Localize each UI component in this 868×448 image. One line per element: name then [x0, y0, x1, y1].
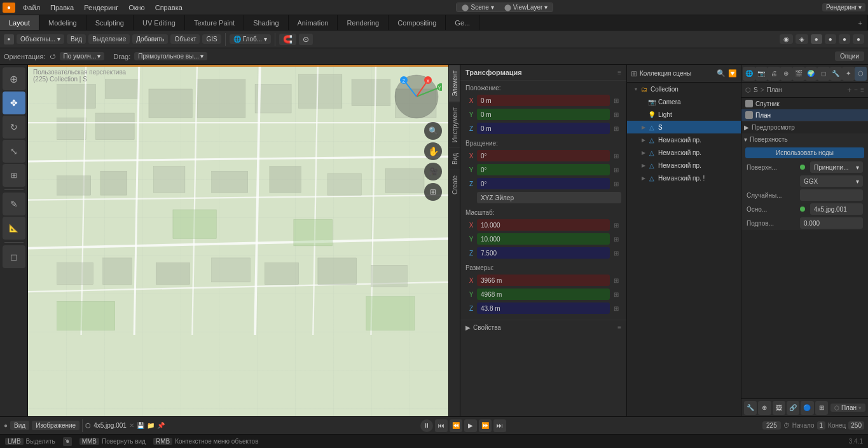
tool-annotate[interactable]: ✎: [3, 193, 25, 215]
rotation-mode-selector[interactable]: XYZ Эйлер: [477, 192, 621, 203]
btn-step-forward[interactable]: ⏭: [493, 419, 506, 432]
snap-btn[interactable]: 🧲: [279, 34, 296, 45]
engine-selector[interactable]: Рендеринг ▾: [822, 3, 865, 11]
pe-tab-modifier[interactable]: 🔧: [830, 67, 843, 81]
dim-z-copy[interactable]: ⊞: [611, 303, 621, 313]
pe-tab-object[interactable]: ◻: [817, 67, 830, 81]
view-menu[interactable]: Вид: [67, 34, 86, 44]
rot-y-input[interactable]: 0°: [477, 164, 610, 175]
properties-header[interactable]: ▶ Свойства ≡: [460, 320, 626, 335]
pe-bottom-icon5[interactable]: 🔵: [801, 401, 813, 415]
tree-item-nemansky3[interactable]: ▶ △ Неманский пр. 👁 📷: [627, 159, 741, 172]
pe-bottom-icon6[interactable]: ⊞: [815, 401, 828, 415]
timeline-image-btn[interactable]: Изображение: [32, 421, 79, 430]
pos-z-input[interactable]: 0 m: [477, 123, 610, 134]
tab-rendering[interactable]: Rendering: [338, 15, 389, 30]
tool-rotate[interactable]: ↻: [3, 116, 25, 139]
outliner-search-btn[interactable]: 🔍: [717, 69, 726, 78]
pe-bottom-icon3[interactable]: 🖼: [773, 401, 785, 415]
gis-menu[interactable]: GIS: [202, 34, 221, 44]
mode-selector[interactable]: Объектны... ▾: [17, 34, 64, 44]
surface-type-selector[interactable]: Принципи... ▾: [810, 161, 863, 173]
ortho-btn[interactable]: ⊞: [424, 183, 442, 201]
tree-item-camera[interactable]: ▶ 📷 Camera 👁 📷: [627, 95, 741, 108]
nem3-vis-btn[interactable]: 👁: [717, 161, 726, 170]
menu-window[interactable]: Окно: [123, 3, 150, 13]
frame-start-value[interactable]: 1: [817, 421, 826, 430]
drag-dropdown[interactable]: Прямоугольное вы... ▾: [134, 52, 207, 60]
pe-options-btn[interactable]: ≡: [860, 86, 864, 93]
pe-tab-scene[interactable]: 🌐: [743, 67, 755, 81]
menu-file[interactable]: Файл: [18, 3, 45, 13]
pe-tab-material[interactable]: ⬡: [855, 67, 867, 81]
pe-bottom-icon1[interactable]: 🔧: [744, 401, 757, 415]
zoom-in-btn[interactable]: 🔍: [424, 122, 442, 140]
scale-y-copy[interactable]: ⊞: [611, 234, 621, 244]
tree-item-nemansky2[interactable]: ▶ △ Неманский пр. 👁 📷: [627, 146, 741, 159]
s-render-btn[interactable]: 📷: [727, 123, 736, 132]
tool-cursor[interactable]: ⊕: [3, 67, 25, 90]
menu-render[interactable]: Рендеринг: [79, 3, 123, 13]
pos-y-copy[interactable]: ⊞: [611, 109, 621, 119]
tool-scale[interactable]: ⤡: [3, 140, 25, 163]
tree-item-light[interactable]: ▶ 💡 Light 👁 📷: [627, 108, 741, 121]
shading-wireframe-btn[interactable]: ●: [853, 34, 864, 44]
edge-tab-tool[interactable]: Инструмент: [449, 102, 460, 147]
pos-z-copy[interactable]: ⊞: [611, 123, 621, 133]
pe-tab-output[interactable]: 🖨: [768, 67, 780, 81]
add-workspace-btn[interactable]: +: [853, 15, 868, 30]
distribution-selector[interactable]: GGX ▾: [800, 175, 863, 187]
tab-compositing[interactable]: Compositing: [389, 15, 446, 30]
pos-y-input[interactable]: 0 m: [477, 109, 610, 120]
tool-move[interactable]: ✥: [3, 92, 25, 114]
btn-forward[interactable]: ⏩: [479, 419, 492, 432]
pe-tab-particles[interactable]: ✦: [842, 67, 855, 81]
file-pin[interactable]: 📌: [157, 422, 165, 429]
file-save[interactable]: 💾: [137, 422, 144, 429]
nem1-render-btn[interactable]: 📷: [727, 135, 736, 144]
tab-layout[interactable]: Layout: [0, 15, 39, 30]
nem4-vis-btn[interactable]: 👁: [717, 173, 726, 182]
select-menu[interactable]: Выделение: [88, 34, 130, 44]
light-render-btn[interactable]: 📷: [727, 110, 736, 119]
tree-item-collection[interactable]: ▾ 🗂 Collection 👁 📷: [627, 83, 741, 95]
pos-x-input[interactable]: 0 m: [477, 95, 610, 106]
pan-btn[interactable]: ✋: [424, 142, 442, 160]
global-selector[interactable]: 🌐 Глоб... ▾: [230, 34, 271, 44]
s-vis-btn[interactable]: 👁: [717, 123, 726, 132]
scale-x-input[interactable]: 10.000: [477, 219, 610, 231]
properties-options[interactable]: ≡: [617, 324, 621, 331]
proportional-btn[interactable]: ⊙: [299, 34, 313, 45]
menu-edit[interactable]: Правка: [45, 3, 79, 13]
edge-tab-view[interactable]: Вид: [449, 147, 460, 170]
pe-tab-view-layer[interactable]: ⊕: [780, 67, 793, 81]
dim-y-copy[interactable]: ⊞: [611, 289, 621, 299]
pe-tab-scene2[interactable]: 🎬: [792, 67, 805, 81]
pe-remove-btn[interactable]: −: [854, 86, 858, 93]
pe-surface-header[interactable]: ▾ Поверхность: [741, 133, 868, 146]
rot-x-input[interactable]: 0°: [477, 150, 610, 161]
scale-x-copy[interactable]: ⊞: [611, 220, 621, 230]
edge-tab-element[interactable]: Элемент: [449, 65, 460, 102]
light-vis-btn[interactable]: 👁: [717, 110, 726, 119]
scene-selector[interactable]: ⬤ Scene ▾: [457, 3, 499, 11]
tab-uv-editing[interactable]: UV Editing: [134, 15, 185, 30]
scale-z-input[interactable]: 7.500: [477, 247, 610, 259]
shading-material-btn[interactable]: ●: [825, 34, 836, 44]
frame-end-value[interactable]: 250: [848, 421, 864, 430]
scale-y-input[interactable]: 10.000: [477, 233, 610, 245]
xray-btn[interactable]: ◈: [796, 34, 808, 44]
overlay-btn[interactable]: ◉: [780, 34, 793, 44]
dim-x-copy[interactable]: ⊞: [611, 275, 621, 285]
add-menu[interactable]: Добавить: [132, 34, 168, 44]
tree-item-nemansky1[interactable]: ▶ △ Неманский пр. 👁 📷: [627, 133, 741, 146]
pe-add-btn[interactable]: +: [847, 86, 851, 95]
pos-x-copy[interactable]: ⊞: [611, 95, 621, 105]
transform-options-btn[interactable]: ≡: [617, 69, 621, 76]
pe-material-selector[interactable]: ⬡ План ▾: [830, 404, 865, 412]
tool-add-cube[interactable]: ◻: [3, 245, 25, 268]
nem1-vis-btn[interactable]: 👁: [717, 135, 726, 144]
outliner-filter-btn[interactable]: 🔽: [728, 69, 737, 78]
shading-solid-btn[interactable]: ●: [811, 34, 822, 44]
tab-shading[interactable]: Shading: [244, 15, 288, 30]
